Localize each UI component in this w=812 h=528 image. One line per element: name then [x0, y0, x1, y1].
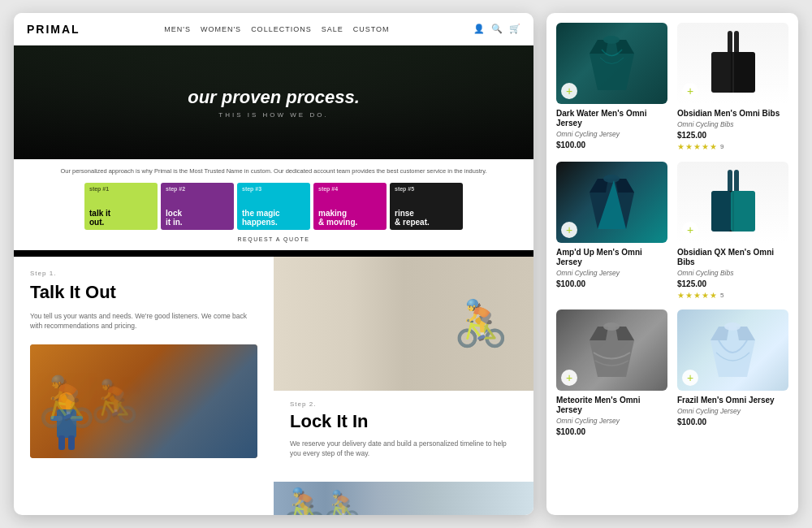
step-label-5: rinse& repeat.	[395, 209, 458, 227]
product-card-ampd[interactable]: + Amp'd Up Men's Omni Jersey Omni Cyclin…	[556, 162, 667, 300]
step-card-3[interactable]: step #3 the magichappens.	[237, 183, 310, 230]
add-to-cart-button-ampd[interactable]: +	[561, 222, 577, 238]
request-quote-link[interactable]: REQUEST A QUOTE	[30, 236, 517, 242]
nav-collections[interactable]: COLLECTIONS	[251, 25, 312, 33]
step-card-4[interactable]: step #4 making& moving.	[313, 183, 387, 230]
product-card-frazil[interactable]: + Frazil Men's Omni Jersey Omni Cycling …	[677, 309, 788, 439]
hero-title: our proven process.	[188, 87, 360, 108]
black-divider	[14, 250, 533, 257]
nav-icons: 👤 🔍 🛒	[473, 24, 520, 34]
product-price-ampd: $100.00	[556, 279, 667, 288]
talk-section-desc: You tell us your wants and needs. We're …	[30, 311, 257, 332]
step-label-4: making& moving.	[318, 209, 382, 227]
step-card-2[interactable]: step #2 lockit in.	[161, 183, 234, 230]
product-type-obsidian-qx: Omni Cycling Bibs	[677, 269, 788, 277]
add-to-cart-button-dark-water[interactable]: +	[561, 83, 577, 99]
product-price-obsidian-qx: $125.00	[677, 279, 788, 288]
talk-step-indicator: Step 1.	[30, 270, 257, 277]
cyclist-group-photo: 🚴 🚴	[30, 344, 257, 458]
product-type-ampd: Omni Cycling Jersey	[556, 269, 667, 277]
step-number-2: step #2	[166, 186, 185, 192]
product-card-meteorite[interactable]: + Meteorite Men's Omni Jersey Omni Cycli…	[556, 309, 667, 439]
product-price-meteorite: $100.00	[556, 427, 667, 436]
product-card-obsidian-bibs[interactable]: + Obsidian Men's Omni Bibs Omni Cycling …	[677, 23, 788, 152]
svg-point-30	[603, 322, 620, 331]
star-half: ★	[710, 291, 717, 300]
steps-row: step #1 talk itout. step #2 lockit in. s…	[30, 183, 517, 230]
star-4: ★	[702, 142, 709, 151]
product-rating-obsidian-bibs: ★ ★ ★ ★ ★ 9	[677, 142, 788, 151]
add-to-cart-button-frazil[interactable]: +	[682, 370, 698, 386]
search-icon[interactable]: 🔍	[491, 24, 503, 34]
lock-title: Lock It In	[290, 411, 517, 432]
step-card-5[interactable]: step #5 rinse& repeat.	[390, 183, 463, 230]
product-type-frazil: Omni Cycling Jersey	[677, 407, 788, 415]
nav-links: MEN'S WOMEN'S COLLECTIONS SALE CUSTOM	[164, 25, 389, 33]
cart-icon[interactable]: 🛒	[509, 24, 520, 34]
product-card-dark-water[interactable]: + Dark Water Men's Omni Jersey Omni Cycl…	[556, 23, 667, 152]
product-image-wrapper: +	[556, 309, 667, 391]
product-type-meteorite: Omni Cycling Jersey	[556, 417, 667, 425]
add-to-cart-button-meteorite[interactable]: +	[561, 370, 577, 386]
product-name-obsidian-qx: Obsidian QX Men's Omni Bibs	[677, 248, 788, 267]
add-to-cart-button-obsidian-bibs[interactable]: +	[682, 83, 698, 99]
user-icon[interactable]: 👤	[473, 24, 485, 34]
step-number-5: step #5	[395, 186, 414, 192]
nav-mens[interactable]: MEN'S	[164, 25, 191, 33]
lock-desc: We reserve your delivery date and build …	[290, 439, 517, 460]
logo: PRIMAL	[27, 23, 80, 36]
svg-rect-22	[734, 170, 739, 194]
svg-rect-25	[731, 191, 755, 232]
product-price-dark-water: $100.00	[556, 141, 667, 149]
products-panel: + Dark Water Men's Omni Jersey Omni Cycl…	[546, 13, 798, 515]
svg-rect-14	[731, 52, 755, 93]
nav-sale[interactable]: SALE	[322, 25, 343, 33]
products-grid: + Dark Water Men's Omni Jersey Omni Cycl…	[556, 23, 788, 439]
star-half: ★	[710, 142, 717, 151]
talk-it-out-section: Step 1. Talk It Out You tell us your wan…	[14, 257, 274, 516]
svg-rect-24	[711, 191, 731, 232]
main-content: Step 1. Talk It Out You tell us your wan…	[14, 257, 533, 516]
star-2: ★	[685, 142, 693, 151]
product-image-wrapper: +	[677, 162, 788, 243]
lock-it-in-section: Step 2. Lock It In We reserve your deliv…	[274, 391, 533, 483]
road-cyclist-photo: 🚴	[274, 257, 533, 391]
product-image-wrapper: +	[556, 162, 667, 243]
nav-custom[interactable]: CUSTOM	[353, 25, 390, 33]
product-name-meteorite: Meteorite Men's Omni Jersey	[556, 396, 667, 415]
product-image-wrapper: +	[677, 309, 788, 391]
svg-rect-11	[734, 31, 739, 55]
star-1: ★	[677, 291, 685, 300]
product-name-ampd: Amp'd Up Men's Omni Jersey	[556, 248, 667, 267]
svg-point-19	[603, 175, 620, 183]
step-card-1[interactable]: step #1 talk itout.	[84, 183, 158, 230]
product-price-obsidian-bibs: $125.00	[677, 131, 788, 140]
star-3: ★	[693, 291, 701, 300]
process-description: Our personalized approach is why Primal …	[30, 167, 517, 176]
step-label-1: talk itout.	[89, 209, 153, 227]
process-section: Our personalized approach is why Primal …	[14, 159, 533, 250]
nav-womens[interactable]: WOMEN'S	[201, 25, 241, 33]
star-3: ★	[693, 142, 701, 151]
product-image-wrapper: +	[556, 23, 667, 104]
add-to-cart-button-obsidian-qx[interactable]: +	[682, 222, 698, 238]
website-panel: PRIMAL MEN'S WOMEN'S COLLECTIONS SALE CU…	[14, 13, 533, 515]
step-number-3: step #3	[242, 186, 261, 192]
hero-section: our proven process. THIS IS HOW WE DO.	[14, 45, 533, 159]
svg-rect-13	[711, 52, 731, 93]
talk-section-title: Talk It Out	[30, 282, 257, 303]
product-card-obsidian-qx[interactable]: + Obsidian QX Men's Omni Bibs Omni Cycli…	[677, 162, 788, 300]
svg-rect-10	[728, 31, 732, 55]
step-number-1: step #1	[89, 186, 109, 192]
star-4: ★	[702, 291, 709, 300]
review-count-obsidian-qx: 5	[720, 292, 723, 299]
hero-subtitle: THIS IS HOW WE DO.	[188, 111, 360, 119]
product-rating-obsidian-qx: ★ ★ ★ ★ ★ 5	[677, 291, 788, 300]
product-image-wrapper: +	[677, 23, 788, 104]
product-name-frazil: Frazil Men's Omni Jersey	[677, 396, 788, 405]
step-number-4: step #4	[318, 186, 338, 192]
svg-point-34	[724, 322, 741, 331]
product-type-dark-water: Omni Cycling Jersey	[556, 130, 667, 138]
svg-rect-21	[728, 170, 732, 194]
step-label-2: lockit in.	[166, 209, 229, 227]
